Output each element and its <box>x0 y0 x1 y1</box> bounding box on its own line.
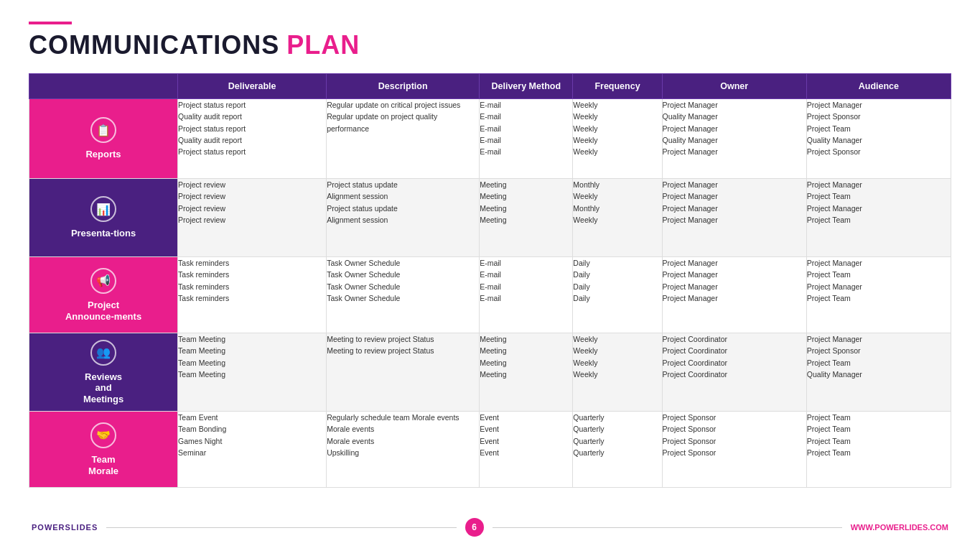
category-icon: 📊 <box>90 196 116 222</box>
description-cell: Task Owner ScheduleTask Owner ScheduleTa… <box>327 257 480 333</box>
page-title: COMMUNICATIONS PLAN <box>29 30 951 60</box>
category-label: Presenta-tions <box>71 228 136 239</box>
category-icon: 👥 <box>90 340 116 366</box>
category-label: TeamMorale <box>88 454 118 476</box>
communications-table: Deliverable Description Delivery Method … <box>29 73 951 488</box>
owner-cell: Project CoordinatorProject CoordinatorPr… <box>662 333 806 412</box>
frequency-cell: MonthlyWeeklyMonthlyWeekly <box>573 179 662 257</box>
description-cell: Meeting to review project StatusMeeting … <box>327 333 480 412</box>
category-icon: 🤝 <box>90 422 116 448</box>
table-row: 👥ReviewsandMeetingsTeam MeetingTeam Meet… <box>29 333 951 412</box>
footer-line-left <box>106 527 456 528</box>
col-header-audience: Audience <box>806 74 951 99</box>
owner-cell: Project ManagerQuality ManagerProject Ma… <box>662 99 806 179</box>
deliverable-cell: Team EventTeam BondingGames NightSeminar <box>178 412 327 488</box>
footer-page-number: 6 <box>465 518 484 537</box>
footer-line-right <box>493 527 842 528</box>
method-cell: EventEventEventEvent <box>480 412 573 488</box>
deliverable-cell: Team MeetingTeam MeetingTeam MeetingTeam… <box>178 333 327 412</box>
table-row: 📢ProjectAnnounce-mentsTask remindersTask… <box>29 257 951 333</box>
col-header-owner: Owner <box>662 74 806 99</box>
accent-line <box>29 22 72 24</box>
col-header-category <box>29 74 178 99</box>
table-row: 📋ReportsProject status reportQuality aud… <box>29 99 951 179</box>
col-header-method: Delivery Method <box>480 74 573 99</box>
frequency-cell: WeeklyWeeklyWeeklyWeeklyWeekly <box>573 99 662 179</box>
description-cell: Regular update on critical project issue… <box>327 99 480 179</box>
audience-cell: Project ManagerProject SponsorProject Te… <box>806 99 951 179</box>
method-cell: E-mailE-mailE-mailE-mail <box>480 257 573 333</box>
audience-cell: Project ManagerProject SponsorProject Te… <box>806 333 951 412</box>
table-row: 📊Presenta-tionsProject reviewProject rev… <box>29 179 951 257</box>
table-row: 🤝TeamMoraleTeam EventTeam BondingGames N… <box>29 412 951 488</box>
deliverable-cell: Project reviewProject reviewProject revi… <box>178 179 327 257</box>
method-cell: E-mailE-mailE-mailE-mailE-mail <box>480 99 573 179</box>
frequency-cell: QuarterlyQuarterlyQuarterlyQuarterly <box>573 412 662 488</box>
audience-cell: Project ManagerProject TeamProject Manag… <box>806 257 951 333</box>
frequency-cell: WeeklyWeeklyWeeklyWeekly <box>573 333 662 412</box>
method-cell: MeetingMeetingMeetingMeeting <box>480 179 573 257</box>
audience-cell: Project ManagerProject TeamProject Manag… <box>806 179 951 257</box>
col-header-deliverable: Deliverable <box>178 74 327 99</box>
owner-cell: Project ManagerProject ManagerProject Ma… <box>662 257 806 333</box>
description-cell: Regularly schedule team Morale eventsMor… <box>327 412 480 488</box>
footer-brand-left: POWERSLIDES <box>32 523 98 532</box>
footer: POWERSLIDES 6 WWW.POWERLIDES.COM <box>29 518 951 537</box>
title-plain: COMMUNICATIONS <box>29 30 279 60</box>
footer-brand-right: WWW.POWERLIDES.COM <box>851 523 948 532</box>
category-label: ProjectAnnounce-ments <box>65 300 141 322</box>
method-cell: MeetingMeetingMeetingMeeting <box>480 333 573 412</box>
description-cell: Project status updateAlignment sessionPr… <box>327 179 480 257</box>
page: COMMUNICATIONS PLAN Deliverable Descript… <box>0 0 980 551</box>
category-icon: 📢 <box>90 268 116 294</box>
category-icon: 📋 <box>90 117 116 143</box>
col-header-frequency: Frequency <box>573 74 662 99</box>
deliverable-cell: Task remindersTask remindersTask reminde… <box>178 257 327 333</box>
deliverable-cell: Project status reportQuality audit repor… <box>178 99 327 179</box>
frequency-cell: DailyDailyDailyDaily <box>573 257 662 333</box>
category-label: Reports <box>85 149 121 160</box>
owner-cell: Project ManagerProject ManagerProject Ma… <box>662 179 806 257</box>
header: COMMUNICATIONS PLAN <box>29 22 951 60</box>
table-wrapper: Deliverable Description Delivery Method … <box>29 73 951 511</box>
owner-cell: Project SponsorProject SponsorProject Sp… <box>662 412 806 488</box>
col-header-description: Description <box>327 74 480 99</box>
table-header-row: Deliverable Description Delivery Method … <box>29 74 951 99</box>
title-pink: PLAN <box>286 30 360 60</box>
audience-cell: Project TeamProject TeamProject TeamProj… <box>806 412 951 488</box>
category-label: ReviewsandMeetings <box>83 371 123 405</box>
